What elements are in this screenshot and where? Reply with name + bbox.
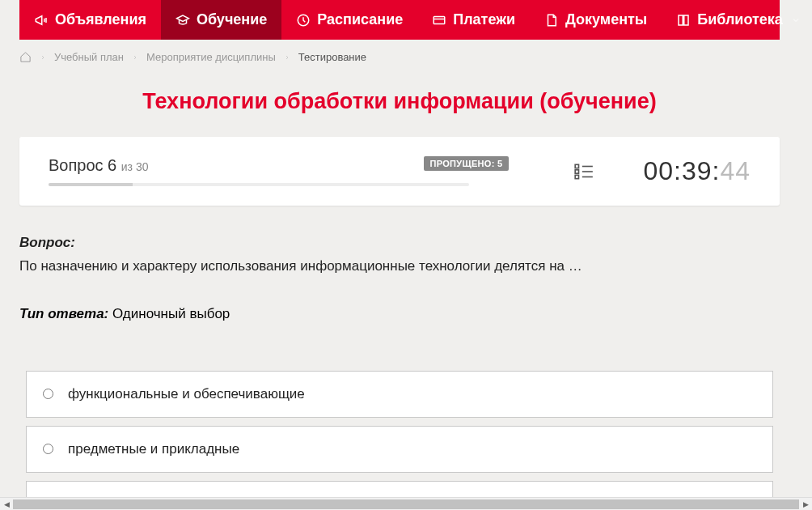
chevron-down-icon <box>791 15 801 25</box>
answer-text: предметные и прикладные <box>68 441 239 457</box>
answer-option[interactable]: предметные и прикладные <box>26 426 773 473</box>
breadcrumb-link[interactable]: Учебный план <box>54 51 124 63</box>
chevron-right-icon <box>132 54 138 61</box>
nav-label: Библиотека <box>697 11 783 28</box>
main-navbar: Объявления Обучение Расписание Платежи Д… <box>19 0 780 40</box>
question-counter: Вопрос 6 из 30 <box>49 156 488 175</box>
answer-type: Тип ответа: Одиночный выбор <box>19 306 780 322</box>
chevron-right-icon <box>40 54 46 61</box>
nav-label: Расписание <box>317 11 403 28</box>
cap-icon <box>176 13 190 28</box>
clock-icon <box>296 13 311 28</box>
nav-label: Платежи <box>453 11 515 28</box>
scroll-left-arrow[interactable]: ◀ <box>0 498 13 511</box>
svg-rect-3 <box>576 169 579 172</box>
card-icon <box>432 13 446 28</box>
svg-rect-1 <box>433 16 445 23</box>
timer: 00:39:44 <box>643 156 751 186</box>
nav-label: Обучение <box>197 11 267 28</box>
question-content: Вопрос: По назначению и характеру исполь… <box>19 235 780 497</box>
question-text: По назначению и характеру использования … <box>19 256 780 277</box>
question-status-bar: Вопрос 6 из 30 ПРОПУЩЕНО: 5 00:39:44 <box>19 137 780 206</box>
answer-radio[interactable] <box>43 444 53 454</box>
skipped-badge: ПРОПУЩЕНО: 5 <box>424 156 510 171</box>
nav-label: Объявления <box>55 11 146 28</box>
scroll-right-arrow[interactable]: ▶ <box>799 498 812 511</box>
svg-rect-4 <box>576 175 579 178</box>
answers-list: функциональные и обеспечивающие предметн… <box>19 371 780 498</box>
nav-schedule[interactable]: Расписание <box>281 0 417 40</box>
svg-rect-2 <box>576 164 579 168</box>
breadcrumb-link[interactable]: Мероприятие дисциплины <box>146 51 276 63</box>
answer-option[interactable]: отдельные (одиночные) и интегрированные <box>26 481 773 498</box>
nav-documents[interactable]: Документы <box>530 0 662 40</box>
nav-announcements[interactable]: Объявления <box>19 0 161 40</box>
answer-text: функциональные и обеспечивающие <box>68 386 305 402</box>
megaphone-icon <box>34 13 49 28</box>
book-icon <box>676 13 691 28</box>
file-icon <box>544 13 559 28</box>
answer-radio[interactable] <box>43 389 53 399</box>
nav-payments[interactable]: Платежи <box>417 0 530 40</box>
question-heading: Вопрос: <box>19 235 780 251</box>
question-list-icon[interactable] <box>573 161 594 182</box>
nav-library[interactable]: Библиотека <box>662 0 812 40</box>
page-title: Технологии обработки информации (обучени… <box>0 89 799 114</box>
nav-learning[interactable]: Обучение <box>161 0 281 40</box>
chevron-right-icon <box>284 54 290 61</box>
breadcrumb: Учебный план Мероприятие дисциплины Тест… <box>19 40 780 74</box>
breadcrumb-current: Тестирование <box>298 51 366 63</box>
horizontal-scrollbar[interactable]: ◀ ▶ <box>0 497 812 510</box>
answer-option[interactable]: функциональные и обеспечивающие <box>26 371 773 418</box>
progress-bar <box>49 183 469 186</box>
nav-label: Документы <box>565 11 647 28</box>
home-icon[interactable] <box>19 51 32 63</box>
